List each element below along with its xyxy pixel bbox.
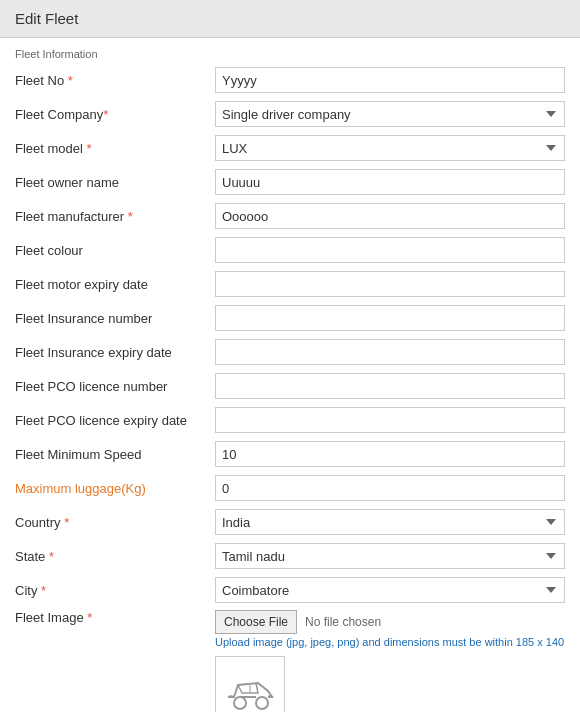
fleet-insurance-expiry-input[interactable] <box>215 339 565 365</box>
fleet-pco-licence-label: Fleet PCO licence number <box>15 379 215 394</box>
country-select[interactable]: India <box>215 509 565 535</box>
section-label: Fleet Information <box>15 48 565 60</box>
fleet-no-label: Fleet No * <box>15 73 215 88</box>
fleet-no-input[interactable] <box>215 67 565 93</box>
page-container: Edit Fleet Fleet Information Fleet No * … <box>0 0 580 712</box>
preview-image-svg <box>220 661 280 712</box>
fleet-min-speed-label: Fleet Minimum Speed <box>15 447 215 462</box>
fleet-no-required: * <box>68 73 73 88</box>
choose-file-button[interactable]: Choose File <box>215 610 297 634</box>
fleet-motor-expiry-row: Fleet motor expiry date <box>15 270 565 298</box>
page-header: Edit Fleet <box>0 0 580 38</box>
file-row: Choose File No file chosen <box>215 610 565 634</box>
svg-point-0 <box>234 697 246 709</box>
fleet-manufacturer-row: Fleet manufacturer * <box>15 202 565 230</box>
fleet-image-required: * <box>87 610 92 625</box>
city-required: * <box>41 583 46 598</box>
fleet-manufacturer-label: Fleet manufacturer * <box>15 209 215 224</box>
fleet-insurance-number-row: Fleet Insurance number <box>15 304 565 332</box>
city-row: City * Coimbatore <box>15 576 565 604</box>
state-row: State * Tamil nadu <box>15 542 565 570</box>
fleet-insurance-number-label: Fleet Insurance number <box>15 311 215 326</box>
no-file-text: No file chosen <box>305 615 381 629</box>
upload-hint: Upload image (jpg, jpeg, png) and dimens… <box>215 636 565 648</box>
fleet-pco-expiry-label: Fleet PCO licence expiry date <box>15 413 215 428</box>
fleet-image-label: Fleet Image * <box>15 610 215 625</box>
fleet-colour-row: Fleet colour <box>15 236 565 264</box>
fleet-company-row: Fleet Company* Single driver company <box>15 100 565 128</box>
city-label: City * <box>15 583 215 598</box>
fleet-owner-row: Fleet owner name <box>15 168 565 196</box>
fleet-min-speed-input[interactable] <box>215 441 565 467</box>
fleet-insurance-expiry-row: Fleet Insurance expiry date <box>15 338 565 366</box>
page-title: Edit Fleet <box>15 10 565 27</box>
fleet-insurance-number-input[interactable] <box>215 305 565 331</box>
country-row: Country * India <box>15 508 565 536</box>
fleet-image-section: Choose File No file chosen Upload image … <box>215 610 565 712</box>
max-luggage-row: Maximum luggage(Kg) <box>15 474 565 502</box>
city-select[interactable]: Coimbatore <box>215 577 565 603</box>
form-container: Fleet Information Fleet No * Fleet Compa… <box>0 38 580 712</box>
max-luggage-label: Maximum luggage(Kg) <box>15 481 215 496</box>
fleet-pco-expiry-input[interactable] <box>215 407 565 433</box>
state-label: State * <box>15 549 215 564</box>
fleet-company-label: Fleet Company* <box>15 107 215 122</box>
fleet-manufacturer-input[interactable] <box>215 203 565 229</box>
fleet-colour-input[interactable] <box>215 237 565 263</box>
fleet-model-row: Fleet model * LUX <box>15 134 565 162</box>
image-preview <box>215 656 285 712</box>
fleet-image-row: Fleet Image * Choose File No file chosen… <box>15 610 565 712</box>
country-label: Country * <box>15 515 215 530</box>
fleet-colour-label: Fleet colour <box>15 243 215 258</box>
fleet-manufacturer-required: * <box>128 209 133 224</box>
fleet-owner-label: Fleet owner name <box>15 175 215 190</box>
fleet-motor-expiry-input[interactable] <box>215 271 565 297</box>
fleet-model-label: Fleet model * <box>15 141 215 156</box>
fleet-min-speed-row: Fleet Minimum Speed <box>15 440 565 468</box>
fleet-pco-expiry-row: Fleet PCO licence expiry date <box>15 406 565 434</box>
fleet-pco-licence-input[interactable] <box>215 373 565 399</box>
fleet-no-row: Fleet No * <box>15 66 565 94</box>
svg-point-1 <box>256 697 268 709</box>
max-luggage-input[interactable] <box>215 475 565 501</box>
fleet-owner-input[interactable] <box>215 169 565 195</box>
fleet-model-select[interactable]: LUX <box>215 135 565 161</box>
max-luggage-label-text: Maximum luggage(Kg) <box>15 481 146 496</box>
state-select[interactable]: Tamil nadu <box>215 543 565 569</box>
state-required: * <box>49 549 54 564</box>
fleet-company-select[interactable]: Single driver company <box>215 101 565 127</box>
fleet-pco-licence-row: Fleet PCO licence number <box>15 372 565 400</box>
fleet-company-required: * <box>103 107 108 122</box>
fleet-model-required: * <box>87 141 92 156</box>
country-required: * <box>64 515 69 530</box>
fleet-insurance-expiry-label: Fleet Insurance expiry date <box>15 345 215 360</box>
fleet-motor-expiry-label: Fleet motor expiry date <box>15 277 215 292</box>
